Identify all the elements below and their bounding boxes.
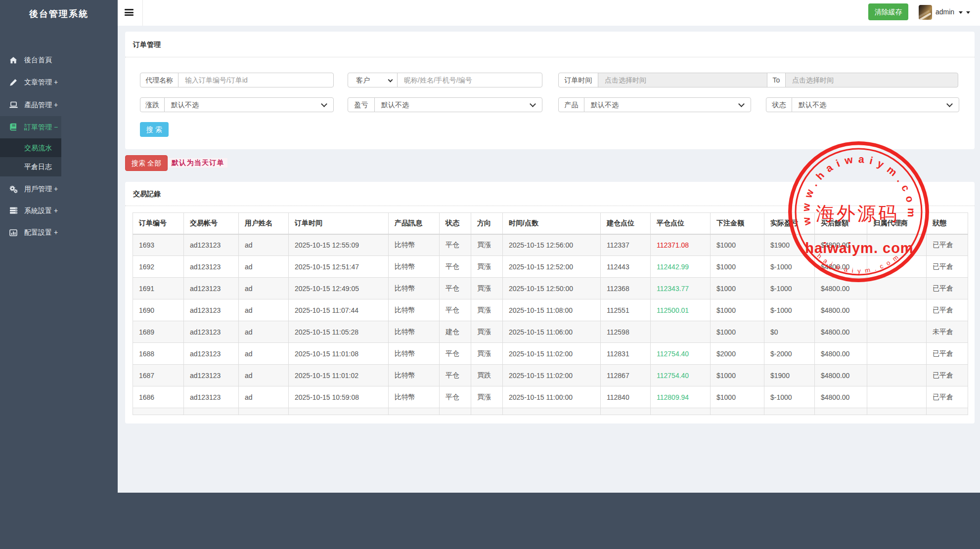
svg-text:海外源码: 海外源码: [816, 203, 899, 224]
